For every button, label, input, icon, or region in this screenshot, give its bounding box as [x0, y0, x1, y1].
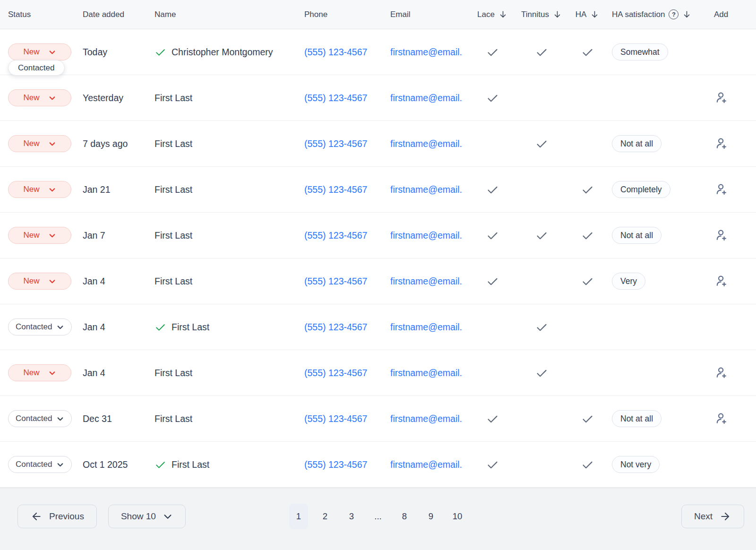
help-icon[interactable]: ? [669, 9, 679, 19]
pagination-page-1[interactable]: 1 [289, 504, 308, 529]
status-dropdown[interactable]: New [8, 89, 71, 106]
lace-check-icon [486, 183, 499, 196]
previous-button[interactable]: Previous [17, 505, 97, 528]
table-row: ContactedOct 1 2025First Last(555) 123-4… [0, 442, 756, 488]
add-cell [706, 137, 756, 151]
status-dropdown[interactable]: Contacted [8, 410, 72, 427]
column-label: Date added [83, 10, 124, 19]
arrow-right-icon [719, 510, 731, 523]
tinnitus-cell [514, 367, 569, 379]
email-link[interactable]: firstname@email. [390, 413, 462, 424]
pagination-page-10[interactable]: 10 [448, 504, 467, 529]
status-label: Contacted [16, 322, 52, 332]
email-link[interactable]: firstname@email. [390, 47, 462, 58]
tinnitus-cell [514, 46, 569, 59]
satisfaction-cell: Completely [606, 181, 706, 198]
table-header: StatusDate addedNamePhoneEmailLaceTinnit… [0, 0, 756, 29]
add-cell [706, 412, 756, 426]
phone-link[interactable]: (555) 123-4567 [304, 322, 367, 333]
phone-link[interactable]: (555) 123-4567 [304, 276, 367, 287]
tinnitus-cell [514, 229, 569, 242]
pagination-page-2[interactable]: 2 [316, 504, 335, 529]
phone-link[interactable]: (555) 123-4567 [304, 93, 367, 103]
status-dropdown[interactable]: Contacted [8, 456, 72, 473]
phone-link[interactable]: (555) 123-4567 [304, 230, 367, 241]
pagination-ellipsis: ... [369, 504, 387, 529]
email-link[interactable]: firstname@email. [390, 459, 462, 470]
next-button-label: Next [694, 511, 713, 522]
status-cell: Contacted [0, 456, 76, 473]
phone-link[interactable]: (555) 123-4567 [304, 459, 367, 470]
status-cell: New [0, 181, 76, 198]
email-link[interactable]: firstname@email. [390, 322, 462, 333]
sort-desc-icon[interactable] [553, 10, 562, 19]
status-dropdown[interactable]: New [8, 135, 71, 152]
chevron-down-icon [48, 369, 56, 377]
tinnitus-check-icon [535, 367, 548, 379]
lace-cell [471, 412, 514, 425]
page-size-select[interactable]: Show 10 [108, 505, 186, 528]
add-cell [706, 274, 756, 289]
phone-cell: (555) 123-4567 [298, 47, 384, 58]
add-person-button[interactable] [713, 137, 728, 151]
pagination-page-3[interactable]: 3 [342, 504, 361, 529]
phone-cell: (555) 123-4567 [298, 322, 384, 333]
table-row: NewJan 4First Last(555) 123-4567firstnam… [0, 258, 756, 304]
status-dropdown[interactable]: Contacted [8, 318, 72, 335]
status-dropdown[interactable]: New [8, 273, 71, 290]
status-dropdown[interactable]: New [8, 227, 71, 244]
status-label: New [23, 139, 39, 148]
lace-cell [471, 229, 514, 242]
phone-cell: (555) 123-4567 [298, 368, 384, 378]
contact-name: First Last [172, 322, 209, 333]
pagination-page-9[interactable]: 9 [421, 504, 440, 529]
name-cell: First Last [147, 93, 298, 103]
sort-desc-icon[interactable] [682, 10, 691, 19]
status-dropdown[interactable]: New [8, 364, 71, 381]
status-cell: New [0, 89, 76, 106]
phone-link[interactable]: (555) 123-4567 [304, 47, 367, 58]
email-cell: firstname@email. [384, 230, 471, 241]
phone-link[interactable]: (555) 123-4567 [304, 184, 367, 195]
status-cell: New [0, 135, 76, 152]
ha-cell [569, 275, 606, 288]
email-link[interactable]: firstname@email. [390, 138, 462, 149]
email-link[interactable]: firstname@email. [390, 368, 462, 378]
satisfaction-badge: Not at all [612, 227, 662, 244]
name-cell: First Last [147, 321, 298, 333]
add-person-button[interactable] [713, 91, 728, 105]
pagination-page-8[interactable]: 8 [395, 504, 414, 529]
add-person-button[interactable] [713, 228, 728, 243]
satisfaction-badge: Somewhat [612, 43, 668, 60]
column-label: Add [714, 10, 728, 19]
status-dropdown[interactable]: New [8, 43, 71, 60]
name-cell: First Last [147, 276, 298, 287]
add-person-button[interactable] [713, 182, 728, 197]
add-person-button[interactable] [713, 366, 728, 380]
email-link[interactable]: firstname@email. [390, 93, 462, 103]
phone-link[interactable]: (555) 123-4567 [304, 413, 367, 424]
sort-desc-icon[interactable] [590, 10, 599, 19]
ha-check-icon [581, 275, 594, 288]
name-cell: First Last [147, 230, 298, 241]
column-header-add: Add [706, 10, 756, 19]
satisfaction-cell: Somewhat [606, 43, 706, 60]
phone-link[interactable]: (555) 123-4567 [304, 368, 367, 378]
email-link[interactable]: firstname@email. [390, 184, 462, 195]
satisfaction-cell: Not very [606, 456, 706, 473]
email-link[interactable]: firstname@email. [390, 230, 462, 241]
phone-cell: (555) 123-4567 [298, 230, 384, 241]
sort-desc-icon[interactable] [498, 10, 507, 19]
date-added: Jan 4 [76, 322, 147, 333]
status-option-contacted[interactable]: Contacted [8, 60, 65, 76]
add-person-button[interactable] [713, 412, 728, 426]
tinnitus-cell [514, 321, 569, 334]
email-link[interactable]: firstname@email. [390, 276, 462, 287]
lace-check-icon [486, 46, 499, 59]
next-button[interactable]: Next [681, 505, 744, 528]
status-dropdown[interactable]: New [8, 181, 71, 198]
phone-link[interactable]: (555) 123-4567 [304, 138, 367, 149]
table-row: ContactedDec 31First Last(555) 123-4567f… [0, 396, 756, 442]
add-person-button[interactable] [713, 274, 728, 289]
date-added: Jan 21 [76, 184, 147, 195]
